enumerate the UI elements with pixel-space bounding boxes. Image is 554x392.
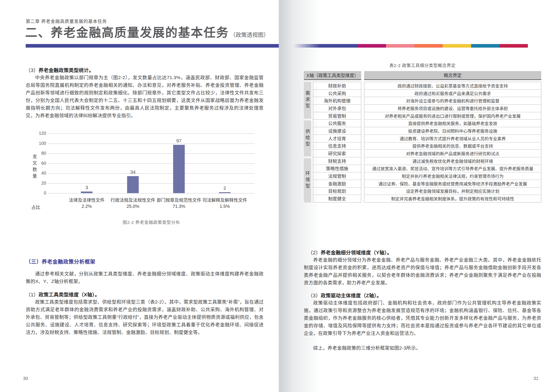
table-def-cell-11: 通过减免税收优化养老金融领域的财税环境 (364, 157, 541, 165)
chart-bar-2 (127, 176, 139, 193)
accent-bar-segment-6 (499, 44, 528, 48)
page-title: 二、养老金融高质量发展的基本任务 （政策透视图） (25, 23, 269, 41)
section-2y-number: （2） (308, 250, 321, 255)
page-title-text: 二、养老金融高质量发展的基本任务 (25, 26, 229, 39)
table-tool-cell-12: 策略性措施 (313, 165, 361, 172)
table-def-cell-1: 政府通过财政拨款、公益彩票基金等方式直接给予资金支持 (364, 82, 541, 89)
section-1-paragraph-text: 政策工具类型维度包括需求型、供给型和环境型三类（表2-2）。其中，需求型政策工具… (26, 298, 263, 336)
chart-ytick-0: 0 (36, 190, 46, 196)
table-tool-cell-11: 财税支持 (313, 157, 361, 165)
table-def-cell-13: 制定并执行养老金融相关法律法规，约束管理市场行为 (364, 172, 541, 180)
table-tool-cell-16: 制度健全 (313, 195, 361, 202)
section-3-title: 养老金融政策类型统计。 (39, 68, 94, 73)
section-3z-title: 政策驱动主体维度（Z轴）。 (321, 293, 382, 298)
section-1-paragraph: 政策工具类型维度包括需求型、供给型和环境型三类（表2-2）。其中，需求型政策工具… (26, 298, 263, 336)
table-def-cell-7: 投资建设养老院、日间照料中心等养老服务设施 (364, 127, 541, 134)
table-tool-column: 财政补助公共采购海外机构管理对外承包贸易管制公共服务设施建设人才培育信息支持研究… (313, 82, 361, 203)
table-header-xaxis: X轴（政策工具类型维度） (304, 71, 361, 80)
accent-bar-segment-5 (471, 44, 499, 48)
table-tool-cell-1: 财政补助 (313, 82, 361, 89)
chart-bar-value-3: 97 (169, 138, 189, 143)
framework-section-heading: （三）养老金融政策分析框架 (26, 258, 95, 265)
chart-gridline-80 (48, 153, 255, 154)
table-def-cell-8: 通过教育、培训等方式提升养老领域从业人员的专业素养 (364, 134, 541, 142)
section-3-heading: （3）养老金融政策类型统计。 (26, 66, 94, 73)
table-def-cell-15: 设定养老金融领域发展目标，并制定相应实施计划 (364, 187, 541, 195)
accent-bar-main-segment (26, 44, 358, 48)
table-definition-column: 政府通过财政拨款、公益彩票基金等方式直接给予资金支持政府通过购买服务或产品来满足… (364, 82, 541, 203)
section-2y-heading: （2）养老金融细分领域维度（Y轴）。 (308, 249, 392, 256)
chart-ytick-100: 100 (36, 141, 46, 146)
framework-paragraph-text: 通过参考相关文献，分别从政策工具类型维度、养老金融细分领域维度、政策驱动主体维度… (26, 270, 263, 285)
left-page-number: 30 (23, 376, 28, 381)
table-def-cell-16: 制定并完善养老金融相关制度体系，提升政策的有效性和可持续性 (364, 195, 541, 202)
accent-bar-segment-2 (386, 44, 414, 48)
table-def-cell-9: 提供养老金融相关的信息、数据或平台支持 (364, 142, 541, 150)
chart-y-axis-label: 发文数量 (31, 154, 38, 180)
chart-category-label-4: 司法解释及解释性文件 (196, 197, 254, 203)
section-3z-number: （3） (308, 293, 321, 298)
table-title: 表2-2 政策工具细分类型概念界定 (304, 62, 541, 68)
table-def-cell-2: 政府通过购买服务或产品来满足公共需求 (364, 89, 541, 97)
chart-ytick-120: 120 (36, 131, 46, 136)
table-tool-cell-14: 金融激励 (313, 180, 361, 187)
table-tool-cell-10: 研究探索 (313, 149, 361, 157)
policy-tool-definition-table: 表2-2 政策工具细分类型概念界定 X轴（政策工具类型维度） 概念界定 财政补助… (304, 62, 541, 205)
table-header-definition: 概念界定 (364, 71, 541, 80)
framework-paragraph: 通过参考相关文献，分别从政策工具类型维度、养老金融细分领域维度、政策驱动主体维度… (26, 270, 263, 285)
table-group-label: 需求型 (304, 91, 311, 110)
table-tool-cell-3: 海外机构管理 (313, 97, 361, 104)
chart-gridline-0 (48, 193, 255, 194)
book-spread: 第二章 养老金融高质量发展的基本任务 二、养老金融高质量发展的基本任务 （政策透… (0, 0, 554, 392)
page-title-suffix: （政策透视图） (230, 32, 269, 38)
chart-ytick-20: 20 (36, 181, 46, 186)
section-3-paragraph-text: 中央养老金融政策以部门规章为主（图2-2），发文数量占比达71.3%，涵盖民政部… (26, 74, 263, 119)
chart-bar-3 (173, 145, 185, 193)
section-1-title: 政策工具类型维度（X轴）。 (39, 292, 100, 297)
table-def-cell-12: 通过放宽准入渠道、奖惩活动、宣传培训等方式引导养老产业发展、提升养老服务质量 (364, 165, 541, 172)
closing-paragraph: 综上，养老金融政策的三维分析框架如图2-3所示。 (304, 344, 541, 352)
accent-bar-segment-3 (414, 44, 443, 48)
section-1-heading: （1）政策工具类型维度（X轴）。 (26, 291, 100, 298)
table-def-cell-10: 对养老金融领域的新产品或新服务进行研究和试点 (364, 149, 541, 157)
section-3z-heading: （3）政策驱动主体维度（Z轴）。 (308, 291, 382, 299)
table-def-cell-6: 直接提供养老金融相关服务，如基础养老金发放 (364, 119, 541, 127)
table-tool-cell-7: 设施建设 (313, 127, 361, 134)
section-3-paragraph: 中央养老金融政策以部门规章为主（图2-2），发文数量占比达71.3%，涵盖民政部… (26, 74, 263, 119)
table-def-cell-5: 对养老相关产品或服务的进出口进行限制或管理，保护国内养老产业发展 (364, 112, 541, 119)
section-1-number: （1） (26, 292, 39, 297)
table-group-label: 环境型 (304, 171, 311, 190)
table-def-cell-4: 将养老服务项目或设施的建设、运营等委托给外部主体承担 (364, 104, 541, 112)
table-group-需求型: 需求型 (304, 82, 311, 119)
table-group-label: 供给型 (304, 129, 311, 148)
accent-color-bar (26, 44, 528, 48)
chart-bar-value-4: 2 (215, 185, 235, 191)
chart-percentage-label-4: 1.5% (196, 204, 254, 209)
table-def-cell-3: 对海外设立或参与的养老金融机构进行管理和监督 (364, 97, 541, 104)
chart-gridline-40 (48, 173, 255, 174)
chart-bar-value-2: 34 (123, 169, 143, 175)
chart-bar-1 (81, 191, 92, 193)
chart-ytick-80: 80 (36, 151, 46, 156)
section-3z-paragraph-text: 政策驱动主体维度包括政府部门、金融机构和社会资本，政府部门作为公共管理机构主导养… (304, 299, 541, 337)
chart-bar-value-1: 3 (77, 185, 97, 190)
chart-gridline-60 (48, 163, 255, 164)
section-3z-paragraph: 政策驱动主体维度包括政府部门、金融机构和社会资本，政府部门作为公共管理机构主导养… (304, 299, 541, 337)
accent-bar-segment-4 (443, 44, 471, 48)
table-tool-cell-8: 人才培育 (313, 134, 361, 142)
table-tool-cell-13: 法规管制 (313, 172, 361, 180)
table-tool-cell-9: 信息支持 (313, 142, 361, 150)
section-2y-paragraph-text: 养老金融的细分领域分为养老金金融、养老产品与服务金融、养老产业金融三大类。其中，… (304, 256, 541, 287)
chart-bar-4 (219, 192, 230, 193)
chart-gridline-100 (48, 143, 255, 144)
chart-ytick-60: 60 (36, 161, 46, 166)
table-tool-cell-15: 目标规划 (313, 187, 361, 195)
table-tool-cell-5: 贸易管制 (313, 112, 361, 119)
closing-paragraph-text: 综上，养老金融政策的三维分析框架如图2-3所示。 (304, 344, 541, 352)
right-page-number: 31 (533, 376, 538, 381)
accent-bar-segment-1 (358, 44, 386, 48)
table-def-cell-14: 通过证券、保险、基金等金融服务或经营费用减免等经济手段激励养老产业发展 (364, 180, 541, 187)
table-tool-cell-2: 公共采购 (313, 89, 361, 97)
table-tool-cell-6: 公共服务 (313, 119, 361, 127)
chart-gridline-120 (48, 133, 255, 134)
